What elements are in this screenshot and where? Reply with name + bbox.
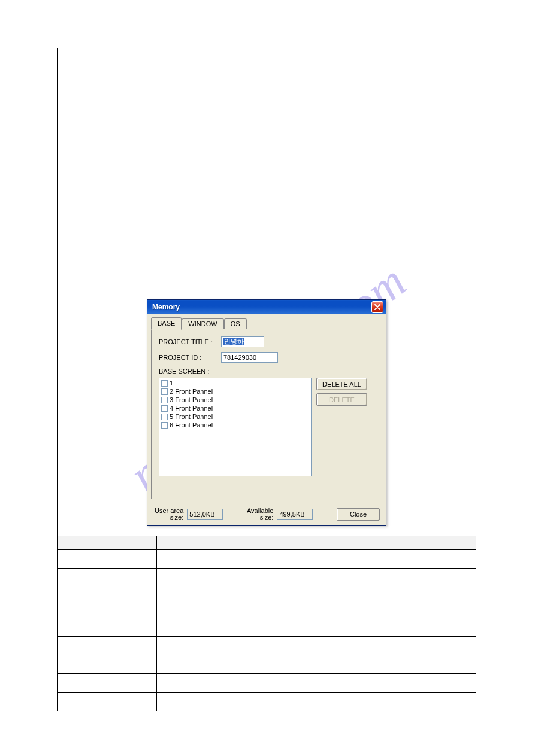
checkbox-icon[interactable] bbox=[161, 380, 168, 387]
list-item[interactable]: 4 Front Pannel bbox=[161, 404, 309, 412]
base-screen-listbox[interactable]: 1 2 Front Pannel 3 Front Pannel 4 Front … bbox=[159, 378, 312, 476]
list-item[interactable]: 1 bbox=[161, 379, 309, 387]
project-id-input[interactable]: 781429030 bbox=[221, 352, 278, 363]
list-item-label: 5 Front Pannel bbox=[170, 412, 213, 421]
tab-panel-base: PROJECT TITLE : 안녕하 PROJECT ID : 7814290… bbox=[151, 329, 382, 499]
list-item[interactable]: 3 Front Pannel bbox=[161, 396, 309, 404]
list-item-label: 2 Front Pannel bbox=[170, 387, 213, 396]
tab-bar: BASE WINDOW OS bbox=[151, 317, 382, 329]
user-area-label: User area size: bbox=[155, 508, 183, 521]
list-area: 1 2 Front Pannel 3 Front Pannel 4 Front … bbox=[159, 378, 376, 476]
user-area-value: 512,0KB bbox=[187, 509, 223, 520]
project-title-label: PROJECT TITLE : bbox=[159, 338, 221, 345]
window-title: Memory bbox=[152, 303, 180, 311]
project-id-label: PROJECT ID : bbox=[159, 354, 221, 361]
project-title-input[interactable]: 안녕하 bbox=[221, 336, 264, 347]
available-block: Available size: 499,5KB bbox=[247, 508, 313, 521]
checkbox-icon[interactable] bbox=[161, 405, 168, 412]
close-icon bbox=[374, 304, 380, 310]
list-item[interactable]: 2 Front Pannel bbox=[161, 387, 309, 396]
titlebar[interactable]: Memory bbox=[147, 300, 386, 314]
table-row bbox=[58, 674, 476, 693]
table-header-row bbox=[58, 536, 476, 550]
list-buttons: DELETE ALL DELETE bbox=[316, 378, 367, 406]
checkbox-icon[interactable] bbox=[161, 397, 168, 403]
delete-all-button[interactable]: DELETE ALL bbox=[316, 378, 367, 390]
available-label: Available size: bbox=[247, 508, 273, 521]
table-header-cell bbox=[58, 536, 157, 550]
checkbox-icon[interactable] bbox=[161, 388, 168, 395]
close-button[interactable]: Close bbox=[337, 508, 380, 521]
window-close-button[interactable] bbox=[371, 301, 383, 313]
table-row bbox=[58, 587, 476, 637]
tab-window[interactable]: WINDOW bbox=[182, 318, 223, 329]
list-item-label: 1 bbox=[170, 379, 173, 387]
description-table bbox=[57, 536, 476, 711]
dialog-footer: User area size: 512,0KB Available size: … bbox=[147, 503, 386, 525]
list-item-label: 4 Front Pannel bbox=[170, 404, 213, 412]
checkbox-icon[interactable] bbox=[161, 414, 168, 420]
delete-button: DELETE bbox=[316, 393, 367, 406]
memory-dialog: Memory BASE WINDOW OS PROJECT TITLE : 안녕… bbox=[147, 299, 386, 526]
user-area-block: User area size: 512,0KB bbox=[155, 508, 223, 521]
dialog-body: BASE WINDOW OS PROJECT TITLE : 안녕하 PROJE… bbox=[147, 314, 386, 503]
available-value: 499,5KB bbox=[277, 509, 313, 520]
tab-os[interactable]: OS bbox=[224, 318, 247, 329]
table-row bbox=[58, 550, 476, 569]
table-row bbox=[58, 569, 476, 587]
list-item[interactable]: 5 Front Pannel bbox=[161, 412, 309, 421]
checkbox-icon[interactable] bbox=[161, 422, 168, 429]
tab-base[interactable]: BASE bbox=[151, 317, 182, 330]
list-item-label: 6 Front Pannel bbox=[170, 421, 213, 429]
project-id-row: PROJECT ID : 781429030 bbox=[159, 352, 376, 363]
table-row bbox=[58, 655, 476, 674]
list-item-label: 3 Front Pannel bbox=[170, 396, 213, 404]
list-item[interactable]: 6 Front Pannel bbox=[161, 421, 309, 429]
base-screen-label: BASE SCREEN : bbox=[159, 368, 376, 375]
table-header-cell bbox=[157, 536, 476, 550]
project-title-row: PROJECT TITLE : 안녕하 bbox=[159, 336, 376, 347]
table-row bbox=[58, 693, 476, 711]
table-row bbox=[58, 637, 476, 655]
